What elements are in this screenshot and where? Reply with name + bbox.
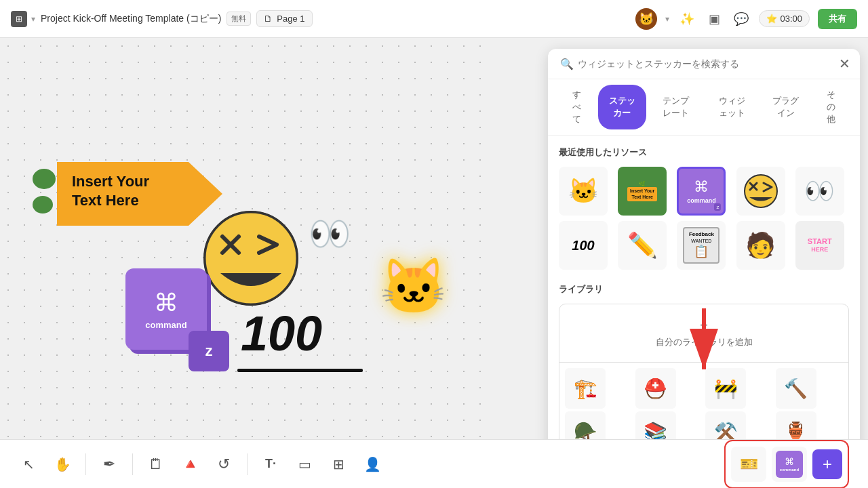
tab-template[interactable]: テンプレート bbox=[649, 85, 703, 129]
svg-text:Text Here: Text Here bbox=[72, 192, 139, 209]
svg-point-3 bbox=[205, 212, 297, 304]
bottom-toolbar: ↖ ✋ ✒ 🗒 🔺 ↺ T· ▭ ⊞ 👤 🎫 ⌘ command + bbox=[0, 439, 868, 488]
svg-text:Insert Your: Insert Your bbox=[72, 173, 150, 190]
pen-tool[interactable]: ✒ bbox=[94, 449, 124, 479]
brand-icon[interactable]: ⊞ bbox=[11, 11, 27, 27]
tool-group-shapes: 🗒 🔺 ↺ bbox=[141, 449, 239, 479]
sticker-xd-face[interactable] bbox=[736, 167, 785, 216]
sticker-100[interactable]: 100 bbox=[559, 221, 608, 270]
red-arrow bbox=[677, 308, 731, 376]
sticker-person[interactable]: 🧑 bbox=[736, 221, 785, 270]
sticker-feedback[interactable]: Feedback WANTED 📋 bbox=[677, 221, 726, 270]
separator-3 bbox=[247, 453, 248, 475]
tool-group-draw: ✒ bbox=[94, 449, 124, 479]
tool-group-select: ↖ ✋ bbox=[14, 449, 77, 479]
topbar-title: Project Kick-Off Meeting Template (コピー) bbox=[41, 13, 221, 25]
timer-icon: ⭐ bbox=[766, 14, 777, 24]
topbar-badge: 無料 bbox=[226, 12, 251, 26]
z-key: z bbox=[189, 331, 229, 371]
sparkle-icon[interactable]: ✨ bbox=[677, 9, 696, 28]
search-icon: 🔍 bbox=[560, 58, 574, 70]
command-symbol: ⌘ bbox=[154, 289, 178, 317]
xd-face bbox=[203, 211, 298, 306]
underline-stroke bbox=[237, 369, 363, 372]
topbar-dropdown-icon[interactable]: ▾ bbox=[665, 14, 669, 24]
recent-section-title: 最近使用したリソース bbox=[559, 146, 849, 159]
svg-point-6 bbox=[745, 175, 777, 207]
cat-sticker: 🐱 bbox=[380, 255, 448, 319]
rotate-tool[interactable]: ↺ bbox=[209, 449, 239, 479]
tray-item-2[interactable]: ⌘ command bbox=[772, 447, 807, 482]
person-tool[interactable]: 👤 bbox=[357, 449, 387, 479]
sticker-command[interactable]: ⌘ command z bbox=[677, 167, 726, 216]
library-section: ライブラリ + 自分のライブラリを追加 🏗️ ⛑️ 🚧 🔨 🪖 📚 ⚒️ 🏺 bbox=[559, 283, 849, 461]
sticker-panel: 🔍 ✕ すべて ステッカー テンプレート ウィジェット プラグイン その他 最近… bbox=[548, 49, 860, 461]
close-button[interactable]: ✕ bbox=[839, 56, 850, 72]
timer[interactable]: ⭐ 03:00 bbox=[759, 10, 810, 27]
topbar-brand[interactable]: ⊞ ▾ bbox=[11, 11, 35, 27]
frame-tool[interactable]: ▭ bbox=[290, 449, 319, 479]
lib-item-1[interactable]: 🏗️ bbox=[565, 368, 606, 409]
arrow-svg: Insert Your Text Here bbox=[33, 157, 229, 231]
sticker-tray: 🎫 ⌘ command + bbox=[724, 440, 849, 489]
panel-header: 🔍 ✕ bbox=[548, 49, 860, 79]
window-icon[interactable]: ▣ bbox=[705, 9, 724, 28]
hundred-text: 100 bbox=[241, 309, 322, 358]
tray-item-1[interactable]: 🎫 bbox=[731, 447, 766, 482]
topbar-right: 🐱 ▾ ✨ ▣ 💬 ⭐ 03:00 共有 bbox=[635, 8, 857, 30]
lib-item-4[interactable]: 🔨 bbox=[776, 368, 816, 409]
tab-sticker[interactable]: ステッカー bbox=[598, 85, 646, 129]
tab-plugin[interactable]: プラグイン bbox=[762, 85, 810, 129]
shape-tool[interactable]: 🔺 bbox=[175, 449, 205, 479]
tab-other[interactable]: その他 bbox=[812, 85, 849, 129]
lib-item-2[interactable]: ⛑️ bbox=[635, 368, 676, 409]
hand-tool[interactable]: ✋ bbox=[47, 449, 77, 479]
panel-tabs: すべて ステッカー テンプレート ウィジェット プラグイン その他 bbox=[548, 79, 860, 136]
tray-add-button[interactable]: + bbox=[812, 449, 842, 479]
topbar-page[interactable]: 🗋 Page 1 bbox=[256, 10, 312, 27]
table-tool[interactable]: ⊞ bbox=[323, 449, 353, 479]
select-tool[interactable]: ↖ bbox=[14, 449, 43, 479]
chat-icon[interactable]: 💬 bbox=[732, 9, 751, 28]
text-tool[interactable]: T· bbox=[256, 449, 285, 479]
page-label: Page 1 bbox=[277, 14, 304, 24]
separator-1 bbox=[85, 453, 86, 475]
canvas: Insert Your Text Here >😝 👀 ⌘ command z 1… bbox=[0, 38, 481, 488]
library-box: + 自分のライブラリを追加 🏗️ ⛑️ 🚧 🔨 🪖 📚 ⚒️ 🏺 bbox=[559, 304, 849, 461]
command-text-label: command bbox=[145, 320, 186, 330]
sticker-eyes[interactable]: 👀 bbox=[795, 167, 844, 216]
user-avatar[interactable]: 🐱 bbox=[635, 8, 657, 30]
separator-2 bbox=[132, 453, 133, 475]
eyes-emoji: 👀 bbox=[309, 214, 351, 253]
topbar-left: ⊞ ▾ Project Kick-Off Meeting Template (コ… bbox=[11, 10, 635, 27]
sticky-tool[interactable]: 🗒 bbox=[141, 449, 171, 479]
panel-body: 最近使用したリソース 🐱 🌿 Insert YourText Here ⌘ co… bbox=[548, 136, 860, 461]
timer-value: 03:00 bbox=[780, 14, 802, 24]
topbar-chevron[interactable]: ▾ bbox=[31, 14, 35, 24]
tab-all[interactable]: すべて bbox=[559, 85, 595, 129]
library-section-title: ライブラリ bbox=[559, 283, 849, 296]
sticker-pencil[interactable]: ✏️ bbox=[618, 221, 667, 270]
page-icon: 🗋 bbox=[264, 14, 273, 24]
sticker-insert-text[interactable]: 🌿 Insert YourText Here bbox=[618, 167, 667, 216]
recent-sticker-grid: 🐱 🌿 Insert YourText Here ⌘ command z bbox=[559, 167, 849, 270]
sticker-cat[interactable]: 🐱 bbox=[559, 167, 608, 216]
topbar: ⊞ ▾ Project Kick-Off Meeting Template (コ… bbox=[0, 0, 868, 38]
sticker-start[interactable]: STARTHERE bbox=[795, 221, 844, 270]
search-input[interactable] bbox=[559, 58, 849, 69]
tab-widget[interactable]: ウィジェット bbox=[705, 85, 759, 129]
tool-group-text: T· ▭ ⊞ 👤 bbox=[256, 449, 387, 479]
share-button[interactable]: 共有 bbox=[818, 9, 857, 29]
